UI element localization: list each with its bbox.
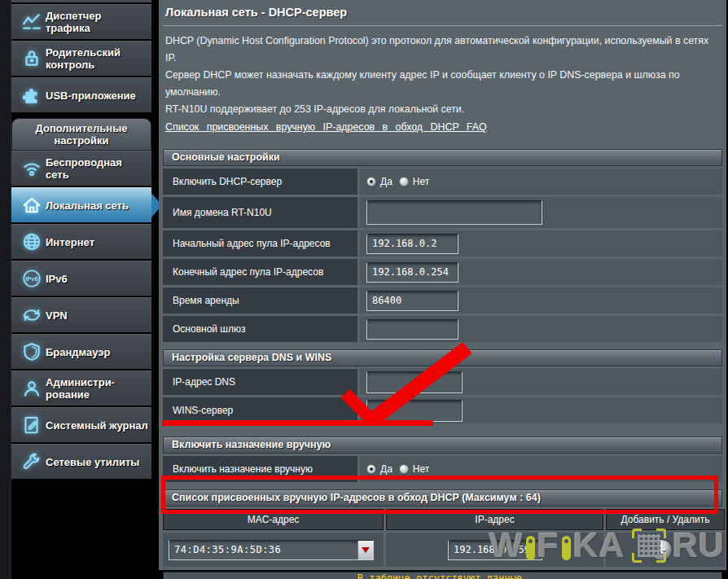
sidebar-item-label: Системный журнал [46, 419, 148, 432]
radio-dhcp-no[interactable] [399, 177, 409, 186]
watermark-text: F [537, 525, 559, 565]
globe-icon [18, 231, 46, 252]
radio-label: Да [380, 176, 393, 187]
sidebar-item-lan-active[interactable]: Локальная сеть [11, 187, 151, 222]
field-value: Да Нет [360, 456, 722, 482]
description-line: RT-N10U поддерживает до 253 IP-адресов д… [165, 101, 722, 118]
sidebar-item-label: Интернет [46, 236, 94, 248]
faq-link[interactable]: Список присвоенных вручную IP-адресов в … [165, 119, 487, 136]
form-row-wins: WINS-сервер [163, 397, 722, 423]
sidebar-item-label: VPN [46, 309, 68, 322]
watermark-dot-icon [526, 536, 535, 560]
field-value [360, 259, 722, 285]
sidebar-item-label: Родительский контроль [46, 46, 148, 71]
section-header-manual: Включить назначение вручную [163, 436, 722, 454]
gateway-input[interactable] [366, 319, 458, 340]
watermark-dot-icon [562, 536, 571, 560]
wrench-icon [18, 451, 46, 472]
sidebar-item-system-log[interactable]: Системный журнал [11, 407, 151, 442]
sidebar-item-internet[interactable]: Интернет [11, 224, 151, 259]
section-header-basic: Основные настройки [163, 149, 722, 166]
dropdown-arrow-icon[interactable] [357, 541, 373, 559]
sidebar-item-label: Администри-рование [46, 376, 148, 401]
field-value [360, 287, 722, 314]
column-header-mac: MAC-адрес [163, 509, 384, 530]
main-content: Локальная сеть - DHCP-сервер DHCP (Dynam… [159, 0, 726, 570]
radio-label: Нет [413, 463, 429, 475]
field-label: Конечный адрес пула IP-адресов [163, 259, 357, 285]
title-divider [163, 25, 722, 26]
field-label: IP-адрес DNS [163, 369, 357, 395]
form-row-dns: IP-адрес DNS [163, 369, 722, 395]
admin-user-icon [18, 378, 46, 399]
form-row-domain: Имя домена RT-N10U [163, 197, 722, 228]
field-label: Время аренды [163, 287, 357, 314]
field-label: Включить DHCP-сервер [163, 169, 357, 195]
form-row-manual-enable: Включить назначение вручную Да Нет [163, 456, 722, 482]
form-row-gateway: Основной шлюз [163, 316, 722, 342]
page-title: Локальная сеть - DHCP-сервер [165, 6, 722, 19]
pool-end-input[interactable] [366, 262, 458, 283]
form-row-lease-time: Время аренды [163, 287, 722, 314]
section-header-dns-wins: Настройка сервера DNS и WINS [163, 349, 722, 366]
watermark-text: RU [673, 525, 725, 565]
pool-start-input[interactable] [366, 234, 458, 254]
form-row-pool-end: Конечный адрес пула IP-адресов [163, 259, 722, 285]
home-icon [18, 195, 46, 216]
left-dark-rail [0, 0, 11, 579]
puzzle-icon [18, 85, 46, 106]
radio-manual-no[interactable] [399, 464, 409, 474]
ipv6-icon: IPv6 [18, 268, 46, 289]
sidebar-item-firewall[interactable]: Брандмауэр [11, 334, 151, 369]
system-log-icon [18, 415, 46, 436]
field-value [360, 197, 722, 228]
sidebar-item-vpn[interactable]: VPN [11, 297, 151, 332]
wins-server-input[interactable] [366, 400, 463, 422]
mac-cell: 74:D4:35:9A:5D:36 [163, 533, 384, 567]
radio-label: Да [380, 463, 393, 475]
sidebar-item-label: USB-приложение [46, 90, 136, 102]
radio-label: Нет [413, 176, 429, 187]
sidebar-item-ipv6[interactable]: IPv6 IPv6 [11, 261, 151, 296]
field-label: Основной шлюз [163, 316, 357, 342]
table-empty-message: В таблице отсутствуют данные. [163, 572, 722, 579]
sidebar-item-wireless[interactable]: Беспроводная сеть [11, 151, 151, 186]
sidebar-item-administration[interactable]: Администри-рование [11, 371, 151, 406]
mac-select-value: 74:D4:35:9A:5D:36 [169, 541, 357, 559]
sidebar-item-parental-control[interactable]: Родительский контроль [11, 41, 151, 76]
field-value [360, 397, 722, 423]
qr-code-icon [632, 529, 666, 563]
sidebar-item-usb-application[interactable]: USB-приложение [11, 77, 151, 112]
sidebar-item-label: Диспетчер трафика [46, 10, 148, 34]
sidebar-item-label: Беспроводная сеть [46, 156, 148, 181]
sidebar: Диспетчер трафика Родительский контроль … [11, 0, 151, 480]
svg-text:IPv6: IPv6 [25, 275, 38, 283]
form-row-pool-start: Начальный адрес пула IP-адресов [163, 230, 722, 257]
sidebar-item-traffic-manager[interactable]: Диспетчер трафика [11, 4, 151, 39]
sidebar-top-sliver [11, 0, 151, 2]
watermark-wifika-ru: W F KA RU [489, 525, 725, 565]
field-value: Да Нет [360, 169, 722, 195]
radio-dhcp-yes[interactable] [366, 177, 376, 186]
page-description: DHCP (Dynamic Host Configuration Protoco… [163, 33, 722, 118]
traffic-chart-icon [18, 11, 46, 33]
watermark-text: W [489, 525, 524, 565]
wifi-icon [18, 158, 46, 179]
lease-time-input[interactable] [366, 291, 458, 311]
domain-name-input[interactable] [366, 200, 542, 225]
description-line: Сервер DHCP может назначать каждому клие… [165, 67, 722, 101]
sidebar-item-label: Брандмауэр [46, 346, 110, 358]
dns-ip-input[interactable] [366, 371, 463, 393]
section-header-mac-table: Список присвоенных вручную IP-адресов в … [163, 489, 722, 507]
mac-address-select[interactable]: 74:D4:35:9A:5D:36 [169, 540, 374, 560]
field-label: Начальный адрес пула IP-адресов [163, 230, 357, 257]
description-line: DHCP (Dynamic Host Configuration Protoco… [165, 33, 722, 67]
field-value [360, 369, 722, 395]
sidebar-item-label: Сетевые утилиты [46, 456, 139, 468]
sidebar-item-label: IPv6 [46, 273, 68, 285]
field-label: WINS-сервер [163, 397, 357, 423]
radio-manual-yes[interactable] [366, 464, 376, 474]
sidebar-item-network-tools[interactable]: Сетевые утилиты [11, 444, 151, 479]
field-value [360, 316, 722, 342]
vpn-icon [18, 305, 46, 326]
